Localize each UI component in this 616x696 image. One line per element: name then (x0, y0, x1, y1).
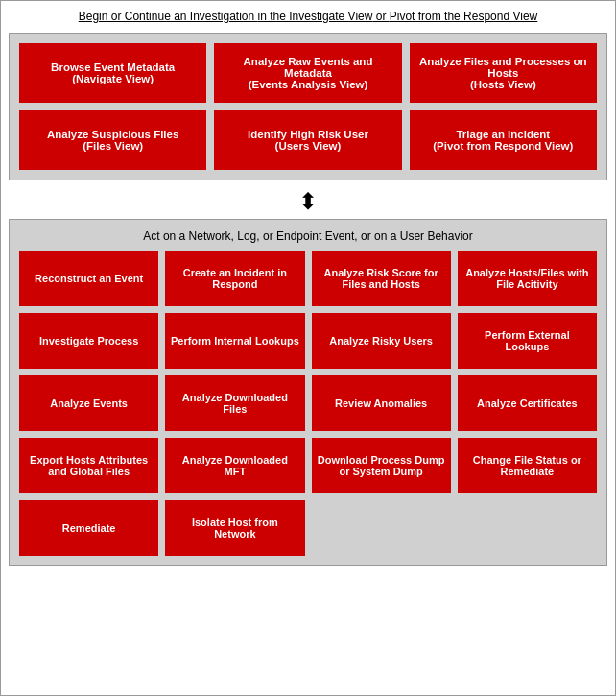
investigate-link[interactable]: in the Investigate View (258, 10, 373, 23)
top-header: Begin or Continue an Investigation in th… (9, 9, 607, 25)
analyze-risk-score-box[interactable]: Analyze Risk Score for Files and Hosts (312, 251, 451, 306)
bottom-row-1: Reconstruct an Event Create an Incident … (19, 251, 597, 306)
analyze-raw-events-box[interactable]: Analyze Raw Events and Metadata (Events … (214, 43, 401, 103)
arrow-divider: ⬍ (9, 184, 607, 219)
top-grid: Browse Event Metadata (Navigate View) An… (19, 43, 597, 170)
empty-cell-2 (458, 500, 597, 556)
export-hosts-attributes-box[interactable]: Export Hosts Attributes and Global Files (19, 438, 158, 493)
bottom-row-2: Investigate Process Perform Internal Loo… (19, 313, 597, 369)
analyze-events-box[interactable]: Analyze Events (19, 375, 158, 431)
triage-incident-box[interactable]: Triage an Incident (Pivot from Respond V… (410, 110, 597, 170)
bottom-row-4: Export Hosts Attributes and Global Files… (19, 438, 597, 493)
header-text: Begin or Continue an Investigation (79, 10, 258, 23)
review-anomalies-box[interactable]: Review Anomalies (312, 375, 451, 431)
create-incident-respond-box[interactable]: Create an Incident in Respond (165, 251, 304, 306)
analyze-certificates-box[interactable]: Analyze Certificates (458, 375, 597, 431)
arrow-icon: ⬍ (298, 188, 318, 214)
bottom-header-text: Act on a Network, Log, or Endpoint Event… (19, 229, 597, 243)
browse-event-metadata-box[interactable]: Browse Event Metadata (Navigate View) (19, 43, 206, 103)
perform-external-lookups-box[interactable]: Perform External Lookups (458, 313, 597, 369)
respond-link[interactable]: Pivot from the Respond View (390, 10, 538, 23)
perform-internal-lookups-box[interactable]: Perform Internal Lookups (165, 313, 304, 369)
analyze-hosts-files-activity-box[interactable]: Analyze Hosts/Files with File Acitivity (458, 251, 597, 306)
identify-high-risk-user-box[interactable]: Identify High Risk User (Users View) (214, 110, 401, 170)
change-file-status-box[interactable]: Change File Status or Remediate (458, 438, 597, 493)
top-section: Browse Event Metadata (Navigate View) An… (9, 33, 607, 180)
analyze-downloaded-mft-box[interactable]: Analyze Downloaded MFT (165, 438, 304, 493)
download-process-dump-box[interactable]: Download Process Dump or System Dump (312, 438, 451, 493)
empty-cell-1 (312, 500, 451, 556)
analyze-suspicious-files-box[interactable]: Analyze Suspicious Files (Files View) (19, 110, 206, 170)
main-wrapper: Begin or Continue an Investigation in th… (1, 1, 615, 574)
analyze-risky-users-box[interactable]: Analyze Risky Users (312, 313, 451, 369)
investigate-process-box[interactable]: Investigate Process (19, 313, 158, 369)
header-between: or (372, 10, 389, 23)
remediate-box[interactable]: Remediate (19, 500, 158, 556)
bottom-section: Act on a Network, Log, or Endpoint Event… (9, 219, 607, 566)
isolate-host-box[interactable]: Isolate Host from Network (165, 500, 304, 556)
bottom-row-5: Remediate Isolate Host from Network (19, 500, 597, 556)
bottom-row-3: Analyze Events Analyze Downloaded Files … (19, 375, 597, 431)
analyze-downloaded-files-box[interactable]: Analyze Downloaded Files (165, 375, 304, 431)
analyze-files-processes-box[interactable]: Analyze Files and Processes on Hosts (Ho… (410, 43, 597, 103)
reconstruct-event-box[interactable]: Reconstruct an Event (19, 251, 158, 306)
